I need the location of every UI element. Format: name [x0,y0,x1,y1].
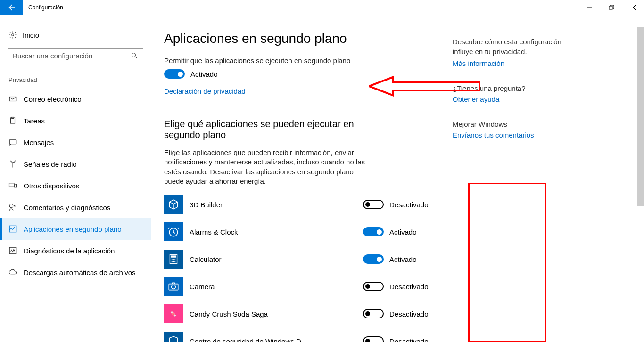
minimize-button[interactable] [579,0,601,15]
privacy-link[interactable]: Declaración de privacidad [164,87,434,95]
app-row-candy-crush: 🍬 Candy Crush Soda Saga Desactivado [164,300,434,327]
nav-label: Descargas automáticas de archivos [24,269,136,277]
nav-label: Mensajes [24,138,54,147]
sidebar: Inicio Buscar una configuración Privacid… [0,15,151,342]
nav-item-auto-downloads[interactable]: Descargas automáticas de archivos [0,261,151,283]
nav-item-feedback[interactable]: Comentarios y diagnósticos [0,196,151,218]
nav-item-app-diagnostics[interactable]: Diagnósticos de la aplicación [0,240,151,261]
app-toggle-state: Desactivado [389,337,429,342]
app-toggle[interactable] [363,200,384,209]
app-name: Calculator [190,255,363,263]
nav-label: Tareas [24,117,45,125]
cube-icon [167,198,180,211]
message-icon [8,138,17,147]
app-toggle-state: Activado [389,255,417,263]
app-name: Centro de seguridad de Windows D… [190,337,363,342]
svg-point-19 [173,261,174,262]
svg-rect-0 [609,6,612,9]
choose-apps-heading: Elige qué aplicaciones se pueden ejecuta… [164,119,362,140]
devices-icon [8,181,17,190]
nav-item-tasks[interactable]: Tareas [0,110,151,131]
privacy-info-text: Descubre cómo esta configuración influye… [453,37,580,57]
app-row-windows-defender: Centro de seguridad de Windows D… Desact… [164,327,434,342]
app-toggle[interactable] [363,309,384,318]
scrollbar[interactable] [637,27,644,329]
back-button[interactable] [0,0,23,15]
allow-apps-label: Permitir que las aplicaciones se ejecute… [164,57,434,65]
app-toggle[interactable] [363,254,384,264]
improve-title: Mejorar Windows [453,120,580,128]
close-button[interactable] [622,0,644,15]
title-bar: Configuración [0,0,644,15]
nav-item-radio[interactable]: Señales de radio [0,153,151,175]
app-toggle[interactable] [363,227,384,236]
cloud-icon [8,268,17,277]
clock-icon [167,226,180,238]
svg-point-15 [172,259,173,260]
send-feedback-link[interactable]: Envíanos tus comentarios [453,131,580,139]
svg-point-22 [172,285,176,289]
app-icon: 🍬 [164,304,183,323]
nav-label: Comentarios y diagnósticos [24,204,110,212]
calculator-icon [167,253,180,265]
svg-point-17 [174,259,175,260]
nav-item-other-devices[interactable]: Otros dispositivos [0,175,151,196]
svg-rect-14 [171,255,176,257]
app-toggle-state: Desactivado [389,310,429,318]
app-row-camera: Camera Desactivado [164,273,434,300]
search-icon [131,52,138,59]
app-toggle[interactable] [363,282,384,291]
svg-rect-3 [9,97,16,101]
camera-icon [167,280,180,293]
app-name: Alarms & Clock [190,228,363,236]
nav-label: Señales de radio [24,160,77,168]
app-name: 3D Builder [190,201,363,209]
app-toggle-state: Activado [389,228,417,236]
nav-item-messages[interactable]: Mensajes [0,131,151,153]
app-toggle[interactable] [363,336,384,342]
home-label: Inicio [23,31,39,39]
choose-apps-description: Elige las aplicaciones que pueden recibi… [164,148,367,186]
app-row-alarms: Alarms & Clock Activado [164,218,434,245]
svg-point-9 [9,204,13,208]
home-button[interactable]: Inicio [0,25,151,44]
nav-item-email[interactable]: Correo electrónico [0,88,151,110]
activity-icon [8,225,17,233]
master-toggle[interactable] [164,69,185,79]
mail-icon [8,95,17,103]
svg-point-2 [132,53,136,57]
main-content: Aplicaciones en segundo plano Permitir q… [151,15,453,342]
app-icon [164,222,183,241]
search-input[interactable]: Buscar una configuración [8,48,143,63]
maximize-button[interactable] [601,0,622,15]
master-toggle-state: Activado [190,70,218,78]
svg-rect-6 [9,140,16,144]
svg-rect-8 [15,184,17,187]
more-info-link[interactable]: Más información [453,59,580,67]
shield-icon [167,335,180,342]
app-name: Candy Crush Soda Saga [190,310,363,318]
app-toggle-state: Desactivado [389,201,429,209]
section-label: Privacidad [0,63,151,88]
minimize-icon [587,5,592,10]
app-row-3d-builder: 3D Builder Desactivado [164,191,434,218]
diagnostics-icon [8,246,17,255]
nav-label: Correo electrónico [24,95,82,103]
app-toggle-state: Desactivado [389,283,429,291]
antenna-icon [8,160,17,168]
nav-label: Otros dispositivos [24,182,79,190]
get-help-link[interactable]: Obtener ayuda [453,95,580,103]
app-name: Camera [190,283,363,291]
arrow-left-icon [7,3,16,12]
search-placeholder: Buscar una configuración [13,52,131,60]
maximize-icon [609,5,614,10]
page-title: Aplicaciones en segundo plano [164,31,434,46]
nav-item-background-apps[interactable]: Aplicaciones en segundo plano [0,218,151,240]
nav-label: Diagnósticos de la aplicación [24,247,115,255]
svg-point-16 [173,259,174,260]
feedback-icon [8,203,17,212]
svg-point-20 [174,261,175,262]
gear-icon [8,31,17,39]
app-icon [164,195,183,214]
right-panel: Descubre cómo esta configuración influye… [453,15,585,342]
